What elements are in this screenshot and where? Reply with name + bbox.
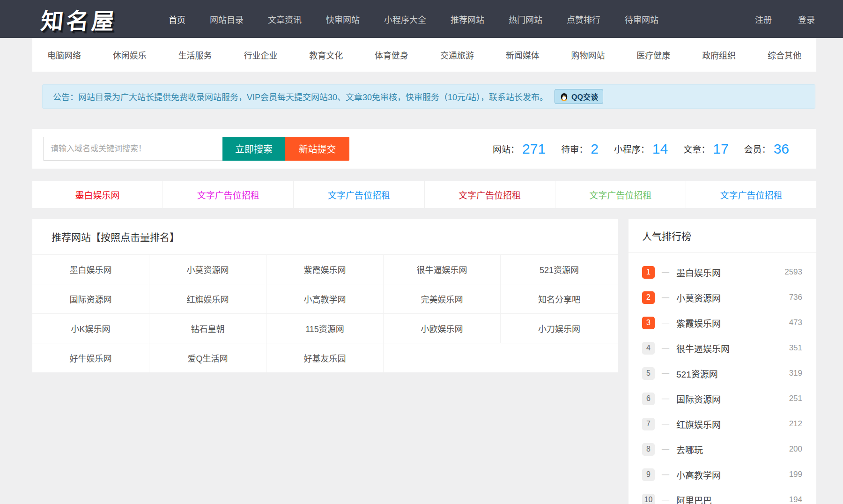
recommended-site-link[interactable]: 115资源网	[266, 314, 384, 343]
dash-separator: —	[662, 420, 669, 428]
nav-item-likes-ranking[interactable]: 点赞排行	[567, 13, 600, 25]
rank-count: 319	[789, 369, 802, 378]
category-link[interactable]: 购物网站	[571, 49, 605, 61]
rank-site-link[interactable]: 墨白娱乐网	[676, 266, 721, 279]
ad-link[interactable]: 文字广告位招租	[294, 181, 424, 208]
dash-separator: —	[662, 319, 669, 327]
rank-item: 4 — 很牛逼娱乐网 351	[642, 335, 802, 361]
rank-site-link[interactable]: 阿里巴巴	[676, 494, 712, 504]
announcement-bar: 公告：网站目录为广大站长提供免费收录网站服务，VIP会员每天提交网站30、文章3…	[42, 84, 815, 109]
rank-site-link[interactable]: 紫霞娱乐网	[676, 317, 721, 329]
search-button[interactable]: 立即搜索	[222, 137, 285, 161]
recommended-site-link[interactable]: 爱Q生活网	[149, 343, 266, 372]
category-link[interactable]: 新闻媒体	[506, 49, 540, 61]
submit-site-button[interactable]: 新站提交	[285, 137, 349, 161]
site-stats: 网站： 271 待审： 2 小程序： 14 文章： 17 会员： 36	[493, 141, 789, 157]
rank-item: 8 — 去哪玩 200	[642, 437, 802, 462]
dash-separator: —	[662, 470, 669, 479]
grid-row: 好牛娱乐网 爱Q生活网 好基友乐园	[32, 343, 618, 372]
category-link[interactable]: 体育健身	[375, 49, 408, 61]
rank-site-link[interactable]: 国际资源网	[676, 393, 721, 405]
grid-row: 小K娱乐网 钻石皇朝 115资源网 小欧娱乐网 小刀娱乐网	[32, 313, 618, 343]
site-logo[interactable]: 知名屋	[39, 3, 118, 36]
category-link[interactable]: 电脑网络	[47, 49, 81, 61]
rank-count: 351	[789, 343, 802, 353]
recommended-site-link[interactable]: 红旗娱乐网	[149, 284, 266, 313]
nav-item-directory[interactable]: 网站目录	[210, 13, 244, 25]
recommended-site-link[interactable]: 小高教学网	[266, 284, 384, 313]
stat-label: 会员：	[744, 142, 771, 155]
recommended-site-link[interactable]: 小刀娱乐网	[501, 314, 618, 343]
ad-link[interactable]: 文字广告位招租	[686, 181, 816, 208]
nav-item-pending[interactable]: 待审网站	[625, 13, 658, 25]
category-subnav: 电脑网络 休闲娱乐 生活服务 行业企业 教育文化 体育健身 交通旅游 新闻媒体 …	[32, 38, 816, 72]
popularity-ranking-title: 人气排行榜	[629, 219, 816, 253]
recommended-site-link[interactable]: 小莫资源网	[149, 255, 266, 284]
ad-link[interactable]: 墨白娱乐网	[32, 181, 163, 208]
rank-site-link[interactable]: 521资源网	[676, 367, 718, 380]
category-link[interactable]: 行业企业	[244, 49, 277, 61]
recommended-site-link[interactable]: 好基友乐园	[266, 343, 384, 372]
recommended-site-link[interactable]: 墨白娱乐网	[32, 255, 149, 284]
dash-separator: —	[662, 445, 669, 453]
rank-site-link[interactable]: 去哪玩	[676, 443, 703, 456]
stat-value: 2	[591, 141, 599, 157]
rank-badge: 9	[642, 468, 655, 481]
text-ad-row: 墨白娱乐网 文字广告位招租 文字广告位招租 文字广告位招租 文字广告位招租 文字…	[32, 181, 816, 208]
recommended-site-link[interactable]: 很牛逼娱乐网	[384, 255, 501, 284]
recommended-sites-title: 推荐网站【按照点击量排名】	[32, 219, 618, 254]
nav-item-articles[interactable]: 文章资讯	[268, 13, 302, 25]
rank-site-link[interactable]: 很牛逼娱乐网	[676, 342, 730, 355]
rank-count: 194	[789, 495, 802, 504]
qq-chat-button[interactable]: QQ交谈	[555, 89, 603, 104]
qq-penguin-icon	[560, 92, 569, 101]
dash-separator: —	[662, 293, 669, 302]
nav-item-miniprograms[interactable]: 小程序大全	[384, 13, 426, 25]
recommended-site-link[interactable]: 小K娱乐网	[32, 314, 149, 343]
recommended-site-link[interactable]: 小欧娱乐网	[384, 314, 501, 343]
dash-separator: —	[662, 496, 669, 504]
recommended-sites-grid: 墨白娱乐网 小莫资源网 紫霞娱乐网 很牛逼娱乐网 521资源网 国际资源网 红旗…	[32, 254, 618, 372]
recommended-site-link[interactable]: 知名分享吧	[501, 284, 618, 313]
search-input[interactable]	[43, 137, 222, 161]
qq-chat-label: QQ交谈	[571, 91, 598, 102]
rank-site-link[interactable]: 小莫资源网	[676, 291, 721, 304]
login-link[interactable]: 登录	[798, 13, 815, 25]
category-link[interactable]: 综合其他	[768, 49, 801, 61]
category-link[interactable]: 医疗健康	[636, 49, 670, 61]
rank-badge: 1	[642, 266, 655, 279]
category-link[interactable]: 政府组织	[702, 49, 736, 61]
category-link[interactable]: 教育文化	[309, 49, 343, 61]
nav-item-home[interactable]: 首页	[169, 13, 185, 25]
recommended-site-link[interactable]: 521资源网	[501, 255, 618, 284]
rank-site-link[interactable]: 小高教学网	[676, 468, 721, 481]
recommended-site-link[interactable]: 紫霞娱乐网	[266, 255, 384, 284]
rank-count: 199	[789, 470, 802, 479]
nav-item-fast-review[interactable]: 快审网站	[326, 13, 360, 25]
rank-count: 736	[789, 293, 802, 302]
recommended-site-link[interactable]: 好牛娱乐网	[32, 343, 149, 372]
stat-websites: 网站： 271	[493, 141, 546, 157]
nav-item-hot[interactable]: 热门网站	[509, 13, 542, 25]
rank-count: 212	[789, 419, 802, 429]
stat-members: 会员： 36	[744, 141, 789, 157]
rank-site-link[interactable]: 红旗娱乐网	[676, 418, 721, 430]
register-link[interactable]: 注册	[755, 13, 772, 25]
ad-link[interactable]: 文字广告位招租	[163, 181, 294, 208]
rank-count: 251	[789, 394, 802, 403]
stat-value: 271	[522, 141, 546, 157]
dash-separator: —	[662, 394, 669, 403]
ad-link[interactable]: 文字广告位招租	[425, 181, 555, 208]
category-link[interactable]: 休闲娱乐	[113, 49, 147, 61]
ad-link[interactable]: 文字广告位招租	[555, 181, 686, 208]
recommended-site-link[interactable]: 国际资源网	[32, 284, 149, 313]
rank-count: 2593	[784, 267, 802, 277]
category-link[interactable]: 交通旅游	[440, 49, 474, 61]
recommended-site-link[interactable]: 完美娱乐网	[384, 284, 501, 313]
nav-item-recommended[interactable]: 推荐网站	[451, 13, 484, 25]
rank-badge: 5	[642, 367, 655, 380]
dash-separator: —	[662, 369, 669, 378]
dash-separator: —	[662, 344, 669, 352]
category-link[interactable]: 生活服务	[178, 49, 212, 61]
recommended-site-link[interactable]: 钻石皇朝	[149, 314, 266, 343]
